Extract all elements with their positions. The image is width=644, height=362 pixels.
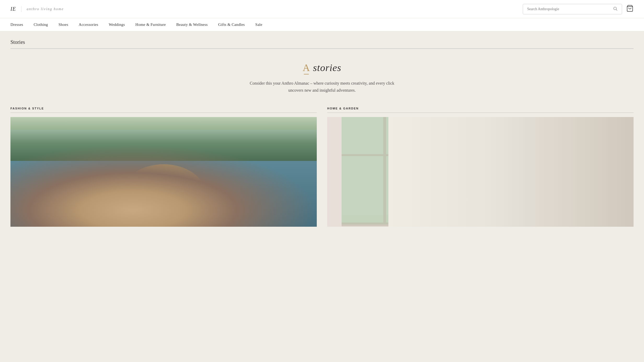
svg-rect-23 [437, 117, 509, 224]
stories-title-row: A stories [10, 62, 634, 73]
svg-rect-6 [10, 130, 317, 227]
svg-point-10 [125, 164, 202, 227]
svg-point-46 [546, 172, 554, 186]
nav-dresses[interactable]: Dresses [10, 21, 23, 28]
svg-point-54 [483, 214, 516, 226]
svg-rect-37 [504, 225, 511, 227]
breadcrumb-label: Stories [10, 39, 25, 45]
nav-accessories[interactable]: Accessories [79, 21, 98, 28]
svg-point-48 [560, 171, 568, 184]
svg-point-52 [516, 202, 540, 223]
nav-gifts-candles[interactable]: Gifts & Candles [218, 21, 245, 28]
home-photo [327, 117, 634, 227]
header: IE anthro living home [0, 0, 644, 18]
brand-anthro-living: anthro living home [21, 7, 64, 11]
search-icon-button[interactable] [613, 6, 618, 12]
search-input[interactable] [527, 7, 613, 11]
svg-rect-7 [10, 130, 317, 227]
main-content: Stories A stories Consider this your Ant… [0, 31, 644, 362]
fashion-divider [10, 113, 317, 113]
breadcrumb: Stories [10, 31, 634, 49]
svg-point-50 [562, 177, 569, 188]
fashion-photo [10, 117, 317, 227]
svg-line-1 [616, 9, 617, 10]
nav-shoes[interactable]: Shoes [59, 21, 68, 28]
svg-point-49 [545, 178, 552, 190]
header-right [523, 4, 634, 14]
svg-rect-58 [567, 220, 595, 227]
nav-weddings[interactable]: Weddings [109, 21, 125, 28]
brand-area: IE anthro living home [10, 6, 64, 12]
home-image[interactable] [327, 117, 634, 227]
search-bar[interactable] [523, 4, 622, 14]
nav-beauty-wellness[interactable]: Beauty & Wellness [176, 21, 208, 28]
svg-point-12 [125, 180, 156, 227]
svg-rect-3 [10, 117, 317, 227]
fashion-style-label: FASHION & STYLE [10, 107, 317, 110]
home-divider [327, 113, 634, 113]
stories-subtitle: Consider this your Anthro Almanac – wher… [244, 80, 400, 94]
svg-point-57 [564, 214, 597, 226]
stories-title-word: stories [313, 62, 341, 73]
svg-rect-4 [10, 117, 317, 134]
svg-point-0 [614, 7, 617, 10]
home-garden-label: HOME & GARDEN [327, 107, 634, 110]
main-nav: Dresses Clothing Shoes Accessories Weddi… [0, 18, 644, 31]
stories-logo-a: A [303, 62, 310, 73]
svg-line-44 [548, 186, 555, 198]
svg-point-51 [515, 209, 542, 226]
svg-rect-5 [10, 117, 317, 118]
nav-home-furniture[interactable]: Home & Furniture [135, 21, 166, 28]
svg-line-43 [559, 180, 564, 200]
svg-point-11 [122, 164, 206, 225]
svg-rect-28 [504, 117, 519, 227]
nav-sale[interactable]: Sale [255, 21, 262, 28]
nav-clothing[interactable]: Clothing [34, 21, 48, 28]
svg-rect-24 [437, 117, 509, 224]
svg-rect-27 [327, 117, 342, 227]
fashion-style-block: FASHION & STYLE [10, 107, 317, 227]
svg-rect-36 [495, 220, 634, 226]
svg-rect-38 [619, 225, 626, 227]
svg-rect-40 [551, 200, 563, 220]
svg-point-39 [547, 215, 566, 223]
svg-line-45 [560, 185, 566, 198]
categories-grid: FASHION & STYLE [10, 107, 634, 227]
svg-rect-22 [337, 117, 433, 224]
stories-header: A stories Consider this your Anthro Alma… [10, 62, 634, 94]
home-garden-block: HOME & GARDEN [327, 107, 634, 227]
fashion-image[interactable] [10, 117, 317, 227]
cart-icon[interactable] [626, 5, 634, 14]
svg-point-47 [553, 168, 561, 181]
svg-line-41 [550, 182, 556, 200]
brand-ie: IE [10, 6, 21, 12]
svg-point-9 [95, 210, 232, 227]
svg-rect-55 [485, 220, 514, 227]
